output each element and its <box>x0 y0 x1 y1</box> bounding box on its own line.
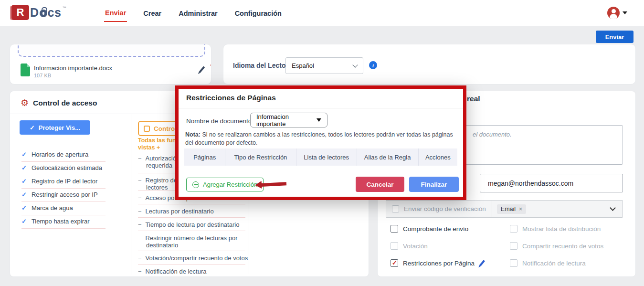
nav-crear[interactable]: Crear <box>142 5 162 21</box>
pencil-icon <box>199 66 205 73</box>
annotation-arrow-icon <box>255 180 287 189</box>
mid-feature-notificacion[interactable]: −Notificación de lectura <box>138 268 207 275</box>
message-placeholder-fragment: el documento. <box>473 131 512 138</box>
checkbox-icon <box>144 126 150 132</box>
reader-language-value: Español <box>292 62 314 69</box>
feature-tiempo-expirar[interactable]: ✓Tiempo hasta expirar <box>21 218 90 225</box>
option-notificacion-lectura[interactable]: Notificación de lectura <box>510 259 586 267</box>
nav-administrar[interactable]: Administrar <box>178 5 218 21</box>
col-alias-regla: Alias de la Regla <box>357 148 419 166</box>
check-icon: ✓ <box>30 124 35 131</box>
remove-tag-icon[interactable]: × <box>519 206 522 212</box>
edit-file-button[interactable] <box>201 66 203 75</box>
document-name-value: Informacion importante <box>256 113 317 127</box>
lock-icon <box>40 10 47 17</box>
checkbox-icon[interactable] <box>391 242 398 250</box>
realtime-card-title-fragment: real <box>467 95 480 103</box>
modal-title: Restricciones de Páginas <box>186 94 276 102</box>
mid-feature-lecturas[interactable]: −Lecturas por destinatario <box>138 208 214 215</box>
divider <box>492 200 492 218</box>
divider <box>138 251 245 251</box>
logo-docs-text: D cs <box>30 6 61 20</box>
mid-feature-tiempo-lectura[interactable]: −Tiempo de lectura por destinatario <box>138 221 239 228</box>
divider <box>21 228 106 229</box>
restrictions-table-header: Páginas Tipo de Restricción Lista de lec… <box>184 148 457 166</box>
file-size: 107 KB <box>34 73 51 78</box>
divider <box>179 108 463 108</box>
reader-language-select[interactable]: Español <box>285 57 363 74</box>
divider <box>138 264 245 265</box>
divider <box>138 231 245 231</box>
mid-feature-autorizacion[interactable]: −Autorizaciónrequerida <box>138 155 179 169</box>
access-control-icon: ⚙ <box>21 97 29 108</box>
col-paginas: Páginas <box>184 148 225 166</box>
feature-geolocalizacion[interactable]: ✓Geolocalización estimada <box>21 164 102 171</box>
feature-marca-agua[interactable]: ✓Marca de agua <box>21 204 73 212</box>
file-name: Informacion importante.docx <box>34 64 112 72</box>
main-nav: Enviar Crear Administrar Configuración <box>104 0 283 26</box>
chevron-down-icon[interactable] <box>610 205 616 211</box>
page-restrictions-modal: Restricciones de Páginas Nombre de docum… <box>175 85 466 200</box>
checkbox-icon[interactable] <box>510 242 517 250</box>
col-acciones: Acciones <box>419 148 457 166</box>
chevron-down-icon <box>623 11 627 14</box>
checkbox-icon[interactable] <box>510 225 517 233</box>
option-restricciones-pagina[interactable]: Restricciones por Página <box>391 259 483 267</box>
reader-language-label: Idioma del Lector: <box>233 62 291 69</box>
cancel-button[interactable]: Cancelar <box>356 177 404 192</box>
plus-circle-icon <box>192 181 199 188</box>
rdocs-logo[interactable]: R D cs ™ <box>11 5 66 20</box>
user-menu[interactable] <box>607 7 627 19</box>
finish-button[interactable]: Finalizar <box>409 177 459 192</box>
info-icon[interactable]: i <box>369 61 377 69</box>
checkbox-icon[interactable] <box>391 225 398 233</box>
chevron-down-icon <box>352 62 358 67</box>
trademark-symbol: ™ <box>62 6 66 10</box>
nav-configuracion[interactable]: Configuración <box>234 5 283 21</box>
option-comprobante[interactable]: Comprobante de envío <box>391 225 468 233</box>
document-icon <box>21 64 30 76</box>
option-compartir-votos[interactable]: Compartir recuento de votos <box>510 242 603 250</box>
checkbox-icon[interactable] <box>510 259 517 267</box>
nav-enviar[interactable]: Enviar <box>104 5 127 22</box>
mid-feature-votacion[interactable]: −Votación/compartir recuento de votos <box>138 254 248 262</box>
email-tag: Email × <box>497 204 526 214</box>
divider <box>21 201 106 202</box>
feature-horarios[interactable]: ✓Horarios de apertura <box>21 151 88 158</box>
checkbox-checked-icon[interactable] <box>391 259 398 267</box>
col-tipo-restriccion: Tipo de Restricción <box>225 148 296 166</box>
option-votacion[interactable]: Votación <box>391 242 428 250</box>
access-control-title: Control de acceso <box>33 99 97 107</box>
option-mostrar-lista[interactable]: Mostrar lista de distribución <box>510 225 601 233</box>
verification-label: Enviar código de verificación <box>404 205 486 212</box>
user-avatar-icon <box>607 7 620 19</box>
modal-note: Nota: Si no se realizaron cambios a las … <box>185 131 457 147</box>
column-divider <box>131 114 131 275</box>
divider <box>21 161 106 162</box>
verification-checkbox[interactable] <box>392 205 399 212</box>
language-card: Idioma del Lector: Español i <box>223 44 636 85</box>
divider <box>138 217 245 218</box>
feature-registro-ip[interactable]: ✓Registro de IP del lector <box>21 178 97 185</box>
document-name-label: Nombre de documento: <box>186 117 253 125</box>
recipient-email-input[interactable] <box>480 174 623 192</box>
caret-down-icon <box>317 118 321 122</box>
divider <box>21 215 106 215</box>
divider <box>21 175 106 175</box>
app-header: R D cs ™ Enviar Crear Administrar Config… <box>0 0 644 26</box>
divider <box>138 204 245 204</box>
logo-r-mark: R <box>11 5 29 20</box>
document-name-select[interactable]: Informacion importante <box>250 113 327 127</box>
file-dropzone[interactable] <box>18 44 205 57</box>
send-button[interactable]: Enviar <box>596 31 633 43</box>
mid-feature-restringir-numero[interactable]: −Restringir número de lecturas pordestin… <box>138 234 238 249</box>
feature-restringir-ip[interactable]: ✓Restringir acceso por IP <box>21 191 98 198</box>
protect-views-button[interactable]: ✓ Proteger Vis... <box>20 120 90 135</box>
col-lista-lectores: Lista de lectores <box>296 148 357 166</box>
divider <box>21 188 106 189</box>
upload-card: Informacion importante.docx 107 KB <box>10 44 211 85</box>
verification-bar: Enviar código de verificación Email × <box>386 200 623 218</box>
add-restriction-button[interactable]: Agregar Restricción <box>186 178 264 191</box>
